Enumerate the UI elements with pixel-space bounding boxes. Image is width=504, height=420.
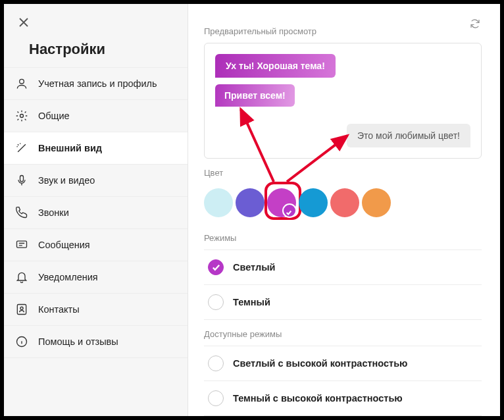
color-section-label: Цвет — [204, 168, 482, 178]
sidebar-item-audio-video[interactable]: Звук и видео — [4, 165, 188, 197]
sidebar-nav: Учетная запись и профиль Общие Внешний в… — [4, 67, 188, 358]
chat-icon — [14, 238, 29, 252]
sidebar-item-appearance[interactable]: Внешний вид — [4, 132, 188, 165]
color-swatch-coral[interactable] — [330, 188, 359, 217]
preview-label: Предварительный просмотр — [204, 26, 316, 36]
phone-icon — [14, 205, 29, 220]
radio-unchecked-icon — [208, 355, 224, 371]
sidebar-item-notifications[interactable]: Уведомления — [4, 261, 188, 294]
sidebar-item-label: Внешний вид — [38, 142, 178, 154]
radio-unchecked-icon — [208, 390, 224, 406]
radio-checked-icon — [208, 259, 224, 275]
svg-rect-3 — [17, 241, 27, 248]
svg-point-0 — [20, 79, 24, 84]
sidebar-item-label: Уведомления — [38, 271, 178, 283]
settings-window: Настройки Учетная запись и профиль Общие… — [4, 4, 500, 416]
sidebar-item-label: Звук и видео — [38, 174, 178, 186]
mode-option-light[interactable]: Светлый — [204, 249, 482, 285]
page-title: Настройки — [4, 29, 188, 67]
svg-point-1 — [20, 115, 24, 118]
modes-list: СветлыйТемный — [204, 249, 482, 320]
close-icon[interactable] — [17, 16, 30, 29]
modes-section-label: Режимы — [204, 233, 482, 243]
svg-point-5 — [20, 307, 23, 309]
radio-unchecked-icon — [208, 294, 224, 310]
mode-option-dark[interactable]: Темный — [204, 285, 482, 320]
sidebar-item-help[interactable]: Помощь и отзывы — [4, 326, 188, 358]
sidebar-item-label: Сообщения — [38, 239, 178, 251]
sidebar-item-label: Звонки — [38, 207, 178, 219]
sidebar-item-general[interactable]: Общие — [4, 100, 188, 132]
accessible-modes-list: Светлый с высокой контрастностьюТемный с… — [204, 346, 482, 416]
svg-rect-2 — [20, 176, 24, 182]
wand-icon — [14, 141, 29, 155]
contacts-icon — [14, 302, 29, 317]
gear-icon — [14, 109, 29, 123]
refresh-icon[interactable] — [468, 17, 482, 30]
info-icon — [14, 334, 29, 349]
mode-option-label: Светлый с высокой контрастностью — [233, 358, 407, 369]
color-swatch-magenta[interactable] — [267, 188, 296, 217]
bell-icon — [14, 270, 29, 284]
sidebar-item-label: Учетная запись и профиль — [38, 78, 178, 90]
sidebar-item-label: Общие — [38, 110, 178, 122]
accessible-modes-label: Доступные режимы — [204, 329, 482, 339]
mode-option-label: Темный с высокой контрастностью — [233, 393, 403, 404]
sidebar-item-calls[interactable]: Звонки — [4, 197, 188, 229]
sidebar-item-label: Контакты — [38, 303, 178, 315]
mode-option-dark-hc[interactable]: Темный с высокой контрастностью — [204, 381, 482, 416]
preview-bubble-outgoing: Ух ты! Хорошая тема! — [215, 54, 336, 78]
theme-preview: Ух ты! Хорошая тема! Привет всем! Это мо… — [204, 43, 482, 159]
mode-option-label: Светлый — [233, 262, 276, 273]
mode-option-label: Темный — [233, 297, 270, 307]
color-swatch-blue[interactable] — [299, 188, 328, 217]
preview-bubble-outgoing: Привет всем! — [215, 84, 295, 107]
appearance-panel: Предварительный просмотр Ух ты! Хорошая … — [188, 4, 500, 416]
sidebar-item-label: Помощь и отзывы — [38, 336, 178, 348]
color-swatch-orange[interactable] — [362, 188, 391, 217]
microphone-icon — [14, 173, 29, 188]
settings-sidebar: Настройки Учетная запись и профиль Общие… — [4, 4, 188, 416]
color-swatch-indigo[interactable] — [236, 188, 265, 217]
preview-bubble-incoming: Это мой любимый цвет! — [347, 124, 470, 147]
user-icon — [14, 76, 29, 91]
color-swatch-teal-light[interactable] — [204, 188, 233, 217]
check-icon — [286, 207, 295, 216]
color-swatch-row — [204, 184, 482, 224]
mode-option-light-hc[interactable]: Светлый с высокой контрастностью — [204, 346, 482, 381]
sidebar-item-account[interactable]: Учетная запись и профиль — [4, 67, 188, 100]
sidebar-item-contacts[interactable]: Контакты — [4, 294, 188, 326]
sidebar-item-messages[interactable]: Сообщения — [4, 229, 188, 261]
